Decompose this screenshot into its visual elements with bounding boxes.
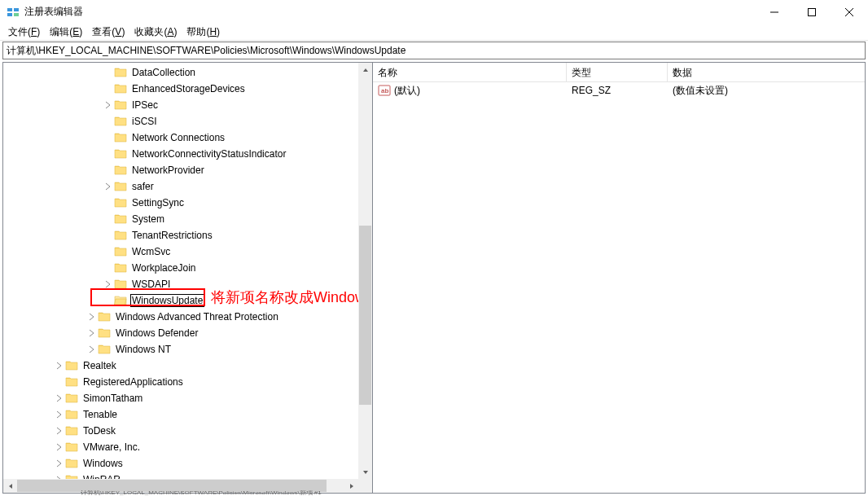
- tree-item-label: Tenable: [81, 408, 119, 421]
- registry-tree[interactable]: DataCollectionEnhancedStorageDevicesIPSe…: [3, 63, 358, 479]
- tree-item[interactable]: WcmSvc: [3, 244, 358, 260]
- folder-icon: [65, 392, 78, 405]
- expander-icon: [101, 82, 114, 95]
- tree-item-label: NetworkProvider: [130, 164, 206, 177]
- menu-favorites[interactable]: 收藏夹(A): [129, 24, 182, 41]
- tree-item-label: SimonTatham: [81, 392, 144, 405]
- tree-item-label: System: [130, 213, 166, 226]
- folder-icon: [114, 229, 127, 242]
- tree-item[interactable]: SimonTatham: [3, 390, 358, 406]
- scroll-corner: [358, 479, 372, 493]
- tree-item[interactable]: SettingSync: [3, 195, 358, 211]
- folder-icon: [114, 147, 127, 160]
- scroll-left-arrow-icon[interactable]: [3, 479, 17, 493]
- expander-icon[interactable]: [101, 278, 114, 291]
- folder-icon: [65, 424, 78, 437]
- tree-item[interactable]: WindowsUpdate: [3, 292, 358, 309]
- column-name[interactable]: 名称: [373, 63, 567, 81]
- tree-item[interactable]: RegisteredApplications: [3, 374, 358, 390]
- folder-icon: [114, 180, 127, 193]
- tree-item[interactable]: IPSec: [3, 97, 358, 113]
- expander-icon[interactable]: [52, 392, 65, 405]
- expander-icon[interactable]: [101, 180, 114, 193]
- menu-file[interactable]: 文件(F): [3, 24, 45, 41]
- window-title: 注册表编辑器: [24, 5, 756, 19]
- expander-icon[interactable]: [85, 327, 98, 340]
- tree-item[interactable]: Realtek: [3, 358, 358, 374]
- folder-icon: [114, 115, 127, 128]
- tree-item[interactable]: NetworkProvider: [3, 162, 358, 178]
- column-data[interactable]: 数据: [668, 63, 865, 81]
- tree-item[interactable]: WinRAR: [3, 472, 358, 479]
- tree-item[interactable]: Windows NT: [3, 341, 358, 358]
- expander-icon[interactable]: [52, 359, 65, 372]
- expander-icon: [101, 213, 114, 226]
- svg-rect-0: [7, 8, 12, 11]
- tree-item-label: Windows Defender: [114, 327, 199, 340]
- tree-item[interactable]: iSCSI: [3, 113, 358, 129]
- scroll-right-arrow-icon[interactable]: [344, 479, 358, 493]
- value-data-cell: (数值未设置): [668, 84, 865, 98]
- tree-item-label: IPSec: [130, 99, 160, 112]
- tree-item[interactable]: WorkplaceJoin: [3, 260, 358, 276]
- expander-icon[interactable]: [85, 310, 98, 323]
- expander-icon[interactable]: [52, 408, 65, 421]
- expander-icon: [101, 196, 114, 209]
- list-body[interactable]: (默认)REG_SZ(数值未设置): [373, 82, 865, 493]
- folder-icon: [98, 310, 111, 323]
- tree-panel: DataCollectionEnhancedStorageDevicesIPSe…: [2, 62, 373, 494]
- menu-edit[interactable]: 编辑(E): [45, 24, 87, 41]
- expander-icon[interactable]: [85, 343, 98, 356]
- tree-item[interactable]: Tenable: [3, 406, 358, 423]
- tree-item-label: TenantRestrictions: [130, 229, 214, 242]
- tree-item[interactable]: NetworkConnectivityStatusIndicator: [3, 146, 358, 162]
- minimize-button[interactable]: [756, 0, 793, 24]
- tree-item[interactable]: Network Connections: [3, 129, 358, 146]
- tree-item[interactable]: VMware, Inc.: [3, 439, 358, 455]
- tree-vertical-scrollbar[interactable]: [358, 63, 372, 479]
- expander-icon[interactable]: [52, 424, 65, 437]
- svg-rect-1: [14, 8, 19, 11]
- tree-item-label: ToDesk: [81, 424, 117, 437]
- expander-icon: [101, 66, 114, 79]
- folder-icon: [114, 245, 127, 258]
- scroll-up-arrow-icon[interactable]: [358, 63, 372, 77]
- tree-item[interactable]: ToDesk: [3, 423, 358, 439]
- svg-rect-2: [7, 13, 12, 16]
- tree-item[interactable]: Windows Defender: [3, 325, 358, 341]
- expander-icon[interactable]: [52, 473, 65, 479]
- folder-icon: [98, 343, 111, 356]
- menu-view[interactable]: 查看(V): [87, 24, 129, 41]
- folder-icon: [65, 359, 78, 372]
- menu-help[interactable]: 帮助(H): [182, 24, 225, 41]
- tree-item[interactable]: System: [3, 211, 358, 227]
- tree-item[interactable]: WSDAPI: [3, 276, 358, 292]
- tree-item-label[interactable]: WindowsUpdate: [130, 294, 204, 307]
- folder-icon: [114, 66, 127, 79]
- tree-item-label: WcmSvc: [130, 245, 172, 258]
- tree-item[interactable]: EnhancedStorageDevices: [3, 81, 358, 97]
- tree-item-label: iSCSI: [130, 115, 159, 128]
- tree-item[interactable]: safer: [3, 178, 358, 195]
- tree-item[interactable]: DataCollection: [3, 64, 358, 81]
- folder-icon: [114, 99, 127, 112]
- tree-item-label: Windows NT: [114, 343, 173, 356]
- scroll-thumb[interactable]: [359, 226, 371, 405]
- tree-item-label: RegisteredApplications: [81, 375, 185, 388]
- expander-icon[interactable]: [52, 441, 65, 454]
- column-type[interactable]: 类型: [567, 63, 668, 81]
- value-row[interactable]: (默认)REG_SZ(数值未设置): [373, 82, 865, 99]
- tree-item[interactable]: TenantRestrictions: [3, 227, 358, 244]
- expander-icon[interactable]: [52, 457, 65, 470]
- address-bar[interactable]: 计算机\HKEY_LOCAL_MACHINE\SOFTWARE\Policies…: [2, 42, 866, 59]
- tree-item[interactable]: Windows: [3, 455, 358, 472]
- maximize-button[interactable]: [793, 0, 831, 24]
- scroll-down-arrow-icon[interactable]: [358, 465, 372, 479]
- tree-item-label: Realtek: [81, 359, 118, 372]
- tree-item-label: EnhancedStorageDevices: [130, 82, 247, 95]
- close-button[interactable]: [831, 0, 868, 24]
- expander-icon[interactable]: [101, 99, 114, 112]
- folder-icon: [114, 213, 127, 226]
- folder-icon: [114, 164, 127, 177]
- tree-item[interactable]: Windows Advanced Threat Protection: [3, 309, 358, 325]
